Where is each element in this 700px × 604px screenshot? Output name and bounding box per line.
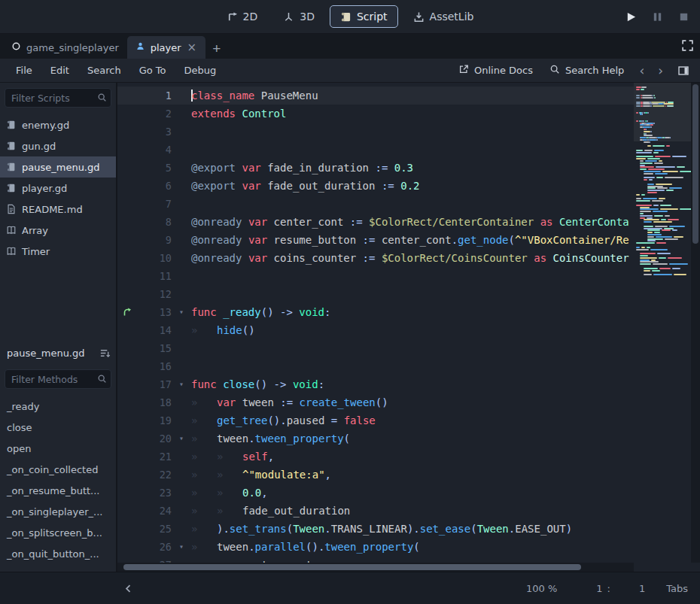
add-scene-tab-button[interactable]: + — [205, 41, 227, 59]
horizontal-scrollbar-thumb[interactable] — [123, 564, 581, 570]
fold-arrow-icon[interactable]: ▾ — [172, 429, 191, 448]
tab-indent-marker: » — [191, 321, 217, 339]
play-button[interactable] — [624, 10, 638, 24]
code-text: @onready var resume_button := center_con… — [191, 231, 634, 249]
fold-arrow-icon[interactable]: ▾ — [172, 538, 191, 556]
pause-button[interactable] — [650, 10, 665, 24]
code-line-6[interactable]: 6@export var fade_out_duration := 0.2 — [117, 177, 634, 195]
indent-type[interactable]: Tabs — [666, 583, 688, 594]
sort-methods-icon[interactable] — [98, 346, 112, 360]
menu-search[interactable]: Search — [79, 62, 129, 79]
code-line-9[interactable]: 9@onready var resume_button := center_co… — [117, 231, 634, 249]
script-item-enemy.gd[interactable]: enemy.gd — [0, 114, 116, 135]
code-line-23[interactable]: 23»»0.0, — [117, 484, 634, 502]
code-line-14[interactable]: 14»hide() — [117, 321, 634, 339]
method-item-close[interactable]: close — [0, 417, 116, 438]
stop-button[interactable] — [677, 10, 691, 24]
code-line-16[interactable]: 16 — [117, 357, 634, 375]
code-line-13[interactable]: 13▾func _ready() -> void: — [117, 303, 634, 321]
code-line-25[interactable]: 25»).set_trans(Tween.TRANS_LINEAR).set_e… — [117, 520, 634, 538]
code-line-27[interactable]: 27»»center_cont, — [117, 556, 634, 563]
minimap-line-segment — [643, 198, 657, 199]
workspace-assetlib-button[interactable]: AssetLib — [403, 5, 485, 28]
minimap-line-segment — [666, 102, 668, 103]
code-line-2[interactable]: 2extends Control — [117, 105, 634, 123]
fold-arrow-icon[interactable]: ▾ — [172, 375, 191, 393]
signal-connection-icon[interactable] — [117, 303, 137, 321]
code-line-19[interactable]: 19»get_tree().paused = false — [117, 411, 634, 429]
expand-editor-icon[interactable] — [681, 39, 694, 52]
history-forward-button[interactable]: › — [653, 63, 668, 78]
code-line-5[interactable]: 5@export var fade_in_duration := 0.3 — [117, 159, 634, 177]
fold-spacer — [172, 321, 191, 339]
menu-goto[interactable]: Go To — [131, 62, 175, 79]
script-item-player.gd[interactable]: player.gd — [0, 178, 116, 199]
scene-tab-game-singleplayer[interactable]: game_singleplayer — [3, 36, 127, 59]
method-item-open[interactable]: open — [0, 438, 116, 459]
code-line-18[interactable]: 18»var tween := create_tween() — [117, 393, 634, 411]
code-editor[interactable]: 1class_name PauseMenu2extends Control345… — [117, 83, 700, 572]
close-tab-icon[interactable]: × — [187, 42, 198, 53]
script-item-README.md[interactable]: README.md — [0, 199, 116, 220]
code-line-8[interactable]: 8@onready var center_cont := $ColorRect/… — [117, 213, 634, 231]
scripts-panel-toggle-icon[interactable] — [674, 63, 692, 78]
minimap[interactable] — [634, 83, 691, 563]
filter-scripts-input[interactable] — [5, 88, 111, 108]
code-line-1[interactable]: 1class_name PauseMenu — [117, 87, 634, 105]
scene-tab-player[interactable]: player × — [127, 36, 205, 59]
filter-methods-input[interactable] — [5, 369, 111, 389]
method-item-_on_splitscreen_b[interactable]: _on_splitscreen_b... — [0, 522, 116, 543]
minimap-line-segment — [645, 160, 657, 162]
minimap-line-segment — [644, 141, 650, 143]
menu-debug[interactable]: Debug — [175, 62, 224, 79]
code-line-17[interactable]: 17▾func close() -> void: — [117, 375, 634, 393]
caret-column[interactable]: 1 — [639, 583, 645, 594]
tab-indent-marker: » — [191, 538, 217, 556]
code-line-15[interactable]: 15 — [117, 339, 634, 357]
code-line-4[interactable]: 4 — [117, 141, 634, 159]
zoom-level[interactable]: 100 % — [526, 583, 557, 594]
search-help-button[interactable]: Search Help — [543, 61, 631, 80]
fold-arrow-icon[interactable]: ▾ — [172, 303, 191, 321]
code-line-10[interactable]: 10@onready var coins_counter := $ColorRe… — [117, 249, 634, 267]
script-item-gun.gd[interactable]: gun.gd — [0, 135, 116, 156]
script-item-pause_menu.gd[interactable]: pause_menu.gd — [0, 156, 116, 178]
bottom-panel-chevron-icon[interactable] — [120, 581, 136, 596]
code-line-7[interactable]: 7 — [117, 195, 634, 213]
workspace-2d-button[interactable]: 2D — [216, 5, 269, 28]
code-line-3[interactable]: 3 — [117, 123, 634, 141]
menu-edit[interactable]: Edit — [42, 62, 78, 79]
code-line-24[interactable]: 24»»fade_out_duration — [117, 502, 634, 520]
minimap-line-segment — [641, 247, 645, 248]
gutter-spacer — [117, 411, 137, 429]
method-item-_ready[interactable]: _ready — [0, 396, 116, 417]
minimap-line-segment — [653, 205, 659, 206]
code-line-12[interactable]: 12 — [117, 285, 634, 303]
method-item-_on_resume_butt[interactable]: _on_resume_butt... — [0, 480, 116, 501]
script-item-Array[interactable]: Array — [0, 220, 116, 241]
method-item-_on_quit_button_[interactable]: _on_quit_button_... — [0, 543, 116, 564]
workspace-script-button[interactable]: Script — [330, 5, 398, 28]
workspace-3d-button[interactable]: 3D — [272, 5, 325, 28]
vertical-scrollbar-thumb[interactable] — [692, 84, 698, 244]
minimap-line-segment — [659, 268, 671, 269]
code-line-20[interactable]: 20▾»tween.tween_property( — [117, 429, 634, 448]
history-back-button[interactable]: ‹ — [634, 63, 650, 78]
line-number: 22 — [137, 466, 172, 484]
code-line-11[interactable]: 11 — [117, 267, 634, 285]
caret-line[interactable]: 1 — [596, 583, 602, 594]
online-docs-button[interactable]: Online Docs — [452, 61, 540, 80]
tab-indent-marker: » — [191, 502, 217, 520]
vertical-scrollbar[interactable] — [691, 83, 700, 563]
code-line-21[interactable]: 21»»self, — [117, 448, 634, 466]
method-item-_on_coin_collected[interactable]: _on_coin_collected — [0, 459, 116, 480]
code-line-22[interactable]: 22»»^"modulate:a", — [117, 466, 634, 484]
script-item-Timer[interactable]: Timer — [0, 241, 116, 262]
menu-file[interactable]: File — [8, 62, 41, 79]
tab-indent-marker: » — [191, 448, 217, 466]
script-list: enemy.gdgun.gdpause_menu.gdplayer.gdREAD… — [0, 113, 116, 341]
minimap-line-segment — [647, 236, 654, 238]
code-line-26[interactable]: 26▾»tween.parallel().tween_property( — [117, 538, 634, 556]
method-item-_on_singleplayer_[interactable]: _on_singleplayer_... — [0, 501, 116, 522]
horizontal-scrollbar[interactable] — [117, 563, 634, 572]
